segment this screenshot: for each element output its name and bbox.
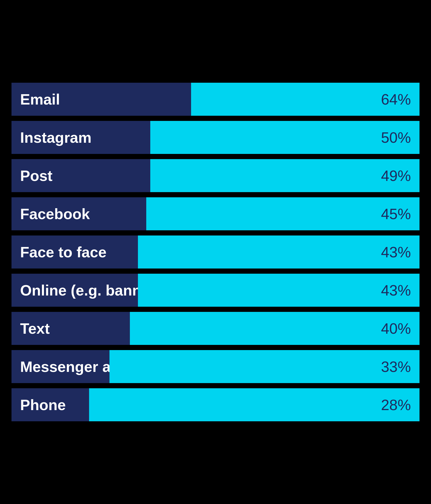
- bar-label-section: Text: [11, 312, 130, 345]
- bar-label-section: Email: [11, 83, 191, 116]
- bar-label-section: Post: [11, 159, 150, 192]
- bar-row: Instagram50%: [11, 121, 420, 154]
- bar-row: Face to face43%: [11, 235, 420, 269]
- bar-value: 50%: [381, 129, 411, 146]
- bar-label-section: Face to face: [11, 235, 138, 269]
- bar-value-section: 33%: [109, 350, 420, 383]
- bar-label: Instagram: [20, 129, 92, 146]
- bar-label: Face to face: [20, 244, 107, 261]
- bar-label: Email: [20, 91, 60, 108]
- bar-label: Text: [20, 320, 50, 337]
- bar-label-section: Instagram: [11, 121, 150, 154]
- bar-value-section: 28%: [89, 388, 420, 421]
- bar-label: Facebook: [20, 205, 90, 223]
- bar-label: Phone: [20, 396, 66, 414]
- bar-row: Post49%: [11, 159, 420, 192]
- bar-value: 49%: [381, 167, 411, 184]
- bar-row: Messenger app33%: [11, 350, 420, 383]
- bar-row: Phone28%: [11, 388, 420, 421]
- bar-label-section: Online (e.g. banners): [11, 274, 138, 307]
- bar-label-section: Phone: [11, 388, 89, 421]
- bar-value-section: 49%: [150, 159, 420, 192]
- bar-row: Online (e.g. banners)43%: [11, 274, 420, 307]
- bar-value: 33%: [381, 358, 411, 375]
- bar-value: 28%: [381, 396, 411, 414]
- bar-value: 45%: [381, 205, 411, 223]
- bar-value: 40%: [381, 320, 411, 337]
- bar-label-section: Messenger app: [11, 350, 109, 383]
- bar-row: Text40%: [11, 312, 420, 345]
- bar-row: Email64%: [11, 83, 420, 116]
- bar-chart: Email64%Instagram50%Post49%Facebook45%Fa…: [11, 83, 420, 421]
- bar-value-section: 45%: [146, 197, 420, 230]
- bar-value: 43%: [381, 244, 411, 261]
- bar-value-section: 43%: [138, 274, 420, 307]
- bar-label-section: Facebook: [11, 197, 146, 230]
- bar-row: Facebook45%: [11, 197, 420, 230]
- bar-value: 64%: [381, 91, 411, 108]
- bar-value-section: 43%: [138, 235, 420, 269]
- bar-label: Post: [20, 167, 53, 184]
- bar-value-section: 40%: [130, 312, 420, 345]
- bar-value-section: 50%: [150, 121, 420, 154]
- bar-value: 43%: [381, 282, 411, 299]
- bar-value-section: 64%: [191, 83, 420, 116]
